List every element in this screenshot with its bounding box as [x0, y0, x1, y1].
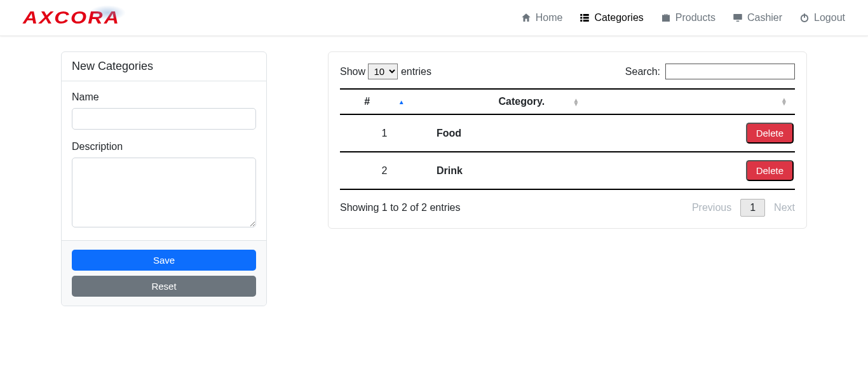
length-select[interactable]: 10 [368, 64, 398, 79]
show-prefix: Show [340, 66, 365, 77]
description-label: Description [72, 141, 256, 152]
card-footer: Save Reset [62, 240, 266, 306]
row-name: Drink [429, 152, 649, 189]
row-action: Delete [649, 114, 795, 152]
save-button[interactable]: Save [72, 250, 256, 271]
col-num-header[interactable]: # ▲ [340, 89, 429, 114]
nav-home[interactable]: Home [520, 12, 563, 24]
nav-categories[interactable]: Categories [579, 12, 643, 24]
header: AXCORA Home Categories Products [0, 0, 868, 36]
next-page[interactable]: Next [774, 202, 795, 213]
delete-button[interactable]: Delete [746, 160, 794, 181]
home-icon [520, 12, 532, 24]
search-label: Search: [625, 66, 660, 78]
svg-rect-0 [581, 14, 583, 16]
monitor-icon [732, 12, 743, 24]
nav-logout[interactable]: Logout [799, 12, 845, 24]
categories-table-panel: Show 10 entries Search: # ▲ Ca [328, 51, 807, 229]
svg-rect-1 [583, 14, 589, 16]
table-controls: Show 10 entries Search: [340, 64, 795, 79]
search-input[interactable] [665, 64, 795, 79]
svg-rect-6 [733, 14, 742, 20]
length-control: Show 10 entries [340, 64, 431, 79]
svg-rect-3 [583, 17, 589, 19]
row-name: Food [429, 114, 649, 152]
card-title: New Categories [62, 52, 266, 81]
sort-icon: ▲▼ [573, 98, 580, 106]
svg-rect-7 [736, 21, 740, 22]
nav-products-label: Products [675, 12, 715, 24]
table-row: 2 Drink Delete [340, 152, 795, 189]
row-action: Delete [649, 152, 795, 189]
table-footer: Showing 1 to 2 of 2 entries Previous 1 N… [340, 199, 795, 217]
pagination: Previous 1 Next [692, 199, 795, 217]
row-num: 1 [340, 114, 429, 152]
svg-rect-4 [581, 20, 583, 22]
nav-categories-label: Categories [594, 12, 643, 24]
reset-button[interactable]: Reset [72, 276, 256, 297]
description-input[interactable] [72, 158, 256, 227]
description-group: Description [72, 141, 256, 230]
name-label: Name [72, 91, 256, 103]
search-control: Search: [625, 64, 795, 79]
delete-button[interactable]: Delete [746, 123, 794, 144]
nav-home-label: Home [536, 12, 563, 24]
nav-cashier[interactable]: Cashier [732, 12, 782, 24]
nav-cashier-label: Cashier [747, 12, 782, 24]
row-num: 2 [340, 152, 429, 189]
briefcase-icon [660, 12, 672, 24]
svg-rect-2 [581, 17, 583, 19]
power-icon [799, 12, 810, 24]
card-body: Name Description [62, 81, 266, 240]
col-num-label: # [364, 96, 370, 107]
nav-logout-label: Logout [814, 12, 845, 24]
prev-page[interactable]: Previous [692, 202, 731, 213]
brand-text: AXCORA [23, 8, 120, 28]
logo-swoosh [90, 5, 126, 20]
show-suffix: entries [401, 66, 431, 77]
svg-rect-5 [583, 20, 589, 22]
brand-logo: AXCORA [23, 8, 107, 28]
main-nav: Home Categories Products Cashier Logout [520, 12, 845, 24]
sort-asc-icon: ▲ [398, 100, 405, 104]
nav-products[interactable]: Products [660, 12, 715, 24]
categories-table: # ▲ Category. ▲▼ ▲▼ 1 Food [340, 88, 795, 190]
col-category-label: Category. [499, 96, 545, 107]
table-info: Showing 1 to 2 of 2 entries [340, 202, 460, 213]
page-1[interactable]: 1 [740, 199, 765, 217]
main-container: New Categories Name Description Save Res… [0, 36, 868, 321]
name-group: Name [72, 91, 256, 130]
new-category-card: New Categories Name Description Save Res… [61, 51, 267, 306]
sort-icon: ▲▼ [781, 98, 787, 105]
name-input[interactable] [72, 108, 256, 130]
col-category-header[interactable]: Category. ▲▼ [429, 89, 649, 114]
col-action-header[interactable]: ▲▼ [649, 89, 795, 114]
list-icon [579, 12, 590, 24]
table-row: 1 Food Delete [340, 114, 795, 152]
